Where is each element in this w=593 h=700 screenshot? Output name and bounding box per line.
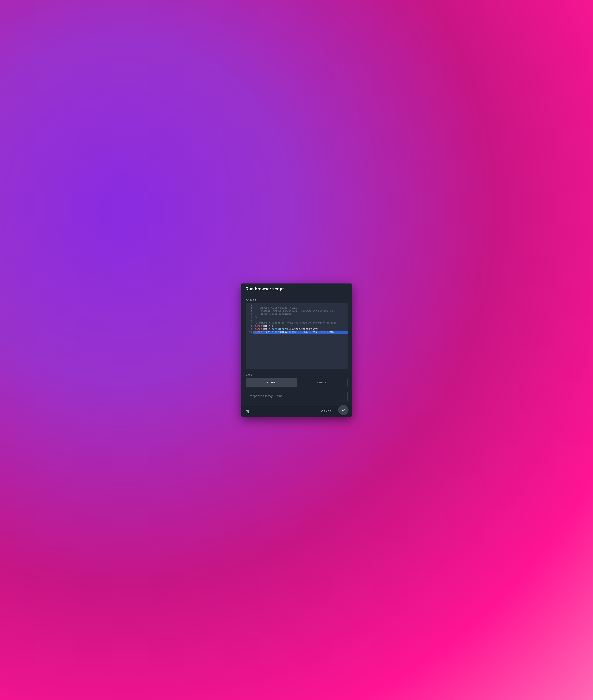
response-storage-name-input[interactable] bbox=[246, 391, 348, 401]
dialog-footer: CANCEL bbox=[241, 406, 352, 417]
dialog-header: Run browser script bbox=[241, 284, 352, 294]
code-lines[interactable]: /* Access values using VALUES example: V… bbox=[253, 303, 348, 369]
code-line[interactable]: // Return a random day from the start of… bbox=[253, 322, 348, 325]
code-line[interactable]: https://does.qa/values bbox=[253, 312, 348, 316]
mode-label: Mode bbox=[246, 373, 348, 376]
code-line[interactable]: const min = 1 bbox=[253, 325, 348, 328]
mode-option-store[interactable]: STORE bbox=[246, 378, 296, 387]
line-number: 5 bbox=[246, 316, 252, 319]
code-line[interactable]: */ bbox=[253, 316, 348, 319]
confirm-button[interactable] bbox=[338, 405, 349, 415]
line-number: 2 bbox=[246, 306, 252, 309]
line-number: 10 bbox=[246, 331, 252, 334]
line-number: 7 bbox=[246, 322, 252, 325]
line-number: 9 bbox=[246, 328, 252, 331]
code-line[interactable]: example: VALUES.currentUrl - returns the… bbox=[253, 309, 348, 312]
line-number: 8 bbox=[246, 325, 252, 328]
code-editor[interactable]: 12345678910 /* Access values using VALUE… bbox=[246, 303, 348, 369]
delete-button[interactable] bbox=[245, 409, 250, 414]
trash-icon bbox=[246, 410, 249, 413]
code-gutter: 12345678910 bbox=[246, 303, 253, 369]
line-number: 6 bbox=[246, 319, 252, 322]
mode-section: Mode STORECHECK bbox=[246, 373, 348, 387]
code-line[interactable]: const max = parseInt(VALUES.testStartedA… bbox=[253, 328, 348, 331]
dialog-body: JavaScript 12345678910 /* Access values … bbox=[241, 294, 352, 406]
code-section: JavaScript 12345678910 /* Access values … bbox=[246, 298, 348, 369]
dialog-title: Run browser script bbox=[246, 287, 348, 291]
cancel-button[interactable]: CANCEL bbox=[319, 409, 335, 414]
language-label: JavaScript bbox=[246, 298, 348, 301]
code-line[interactable]: /* bbox=[253, 303, 348, 306]
code-line[interactable]: Access values using VALUES bbox=[253, 306, 348, 309]
mode-toggle: STORECHECK bbox=[246, 378, 348, 387]
line-number: 4 bbox=[246, 312, 252, 316]
storage-name-section bbox=[246, 391, 348, 401]
mode-option-check[interactable]: CHECK bbox=[296, 378, 347, 387]
code-line[interactable]: return Math.floor(Math.random() * (max -… bbox=[253, 331, 348, 334]
line-number: 1 bbox=[246, 303, 252, 306]
code-line[interactable] bbox=[253, 319, 348, 322]
check-icon bbox=[341, 408, 346, 412]
run-script-dialog: Run browser script JavaScript 1234567891… bbox=[241, 284, 352, 417]
line-number: 3 bbox=[246, 309, 252, 312]
